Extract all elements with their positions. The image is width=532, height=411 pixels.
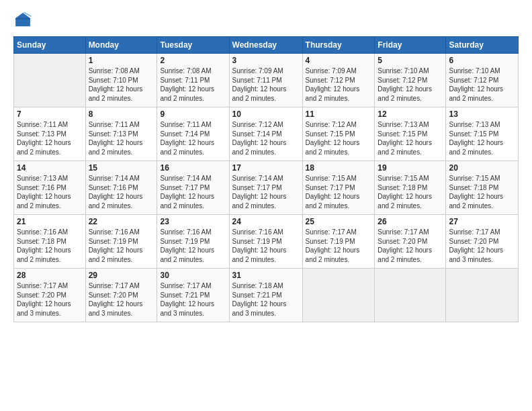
day-number: 15	[89, 163, 154, 173]
day-number: 18	[306, 163, 372, 173]
calendar-week-5: 28Sunrise: 7:17 AM Sunset: 7:20 PM Dayli…	[14, 269, 519, 322]
day-info: Sunrise: 7:11 AM Sunset: 7:13 PM Dayligh…	[89, 120, 154, 156]
day-info: Sunrise: 7:17 AM Sunset: 7:21 PM Dayligh…	[160, 281, 226, 318]
calendar-header-row: SundayMondayTuesdayWednesdayThursdayFrid…	[14, 37, 519, 54]
calendar-cell: 4Sunrise: 7:09 AM Sunset: 7:12 PM Daylig…	[302, 54, 375, 107]
calendar-week-4: 21Sunrise: 7:16 AM Sunset: 7:18 PM Dayli…	[14, 215, 519, 269]
calendar-cell	[446, 269, 519, 322]
day-number: 3	[232, 56, 300, 65]
day-info: Sunrise: 7:10 AM Sunset: 7:12 PM Dayligh…	[378, 66, 443, 103]
day-number: 4	[306, 56, 372, 65]
calendar-cell: 16Sunrise: 7:14 AM Sunset: 7:17 PM Dayli…	[157, 161, 229, 215]
day-number: 21	[17, 217, 83, 226]
day-info: Sunrise: 7:15 AM Sunset: 7:18 PM Dayligh…	[449, 174, 515, 210]
day-info: Sunrise: 7:11 AM Sunset: 7:14 PM Dayligh…	[160, 120, 226, 156]
day-number: 24	[232, 217, 300, 226]
calendar-week-3: 14Sunrise: 7:13 AM Sunset: 7:16 PM Dayli…	[14, 161, 519, 215]
header-day-sunday: Sunday	[14, 37, 86, 54]
calendar-cell: 18Sunrise: 7:15 AM Sunset: 7:17 PM Dayli…	[302, 161, 375, 215]
day-info: Sunrise: 7:15 AM Sunset: 7:18 PM Dayligh…	[378, 174, 443, 210]
day-info: Sunrise: 7:12 AM Sunset: 7:15 PM Dayligh…	[306, 120, 372, 156]
day-info: Sunrise: 7:10 AM Sunset: 7:12 PM Dayligh…	[449, 66, 515, 103]
day-number: 11	[306, 109, 372, 119]
page: SundayMondayTuesdayWednesdayThursdayFrid…	[0, 0, 532, 411]
day-number: 5	[378, 56, 443, 65]
day-number: 9	[160, 109, 226, 119]
day-info: Sunrise: 7:12 AM Sunset: 7:14 PM Dayligh…	[232, 120, 300, 156]
calendar-cell: 23Sunrise: 7:16 AM Sunset: 7:19 PM Dayli…	[157, 215, 229, 269]
day-number: 30	[160, 271, 226, 280]
day-number: 1	[89, 56, 154, 65]
header	[13, 11, 519, 30]
calendar-cell: 13Sunrise: 7:13 AM Sunset: 7:15 PM Dayli…	[446, 107, 519, 161]
day-number: 23	[160, 217, 226, 226]
calendar-cell: 1Sunrise: 7:08 AM Sunset: 7:10 PM Daylig…	[85, 54, 157, 107]
day-info: Sunrise: 7:14 AM Sunset: 7:17 PM Dayligh…	[160, 174, 226, 210]
calendar-cell: 3Sunrise: 7:09 AM Sunset: 7:11 PM Daylig…	[229, 54, 302, 107]
calendar-table: SundayMondayTuesdayWednesdayThursdayFrid…	[13, 36, 519, 322]
day-number: 14	[17, 163, 83, 173]
day-number: 16	[160, 163, 226, 173]
day-number: 6	[449, 56, 515, 65]
calendar-cell	[375, 269, 446, 322]
day-info: Sunrise: 7:11 AM Sunset: 7:13 PM Dayligh…	[17, 120, 83, 156]
header-day-saturday: Saturday	[446, 37, 519, 54]
calendar-cell	[302, 269, 375, 322]
calendar-cell	[14, 54, 86, 107]
day-number: 13	[449, 109, 515, 119]
day-info: Sunrise: 7:09 AM Sunset: 7:12 PM Dayligh…	[306, 66, 372, 103]
day-number: 26	[378, 217, 443, 226]
calendar-cell: 9Sunrise: 7:11 AM Sunset: 7:14 PM Daylig…	[157, 107, 229, 161]
day-info: Sunrise: 7:16 AM Sunset: 7:19 PM Dayligh…	[232, 228, 300, 264]
day-info: Sunrise: 7:08 AM Sunset: 7:10 PM Dayligh…	[89, 66, 154, 103]
day-info: Sunrise: 7:17 AM Sunset: 7:20 PM Dayligh…	[17, 281, 83, 318]
calendar-cell: 5Sunrise: 7:10 AM Sunset: 7:12 PM Daylig…	[375, 54, 446, 107]
calendar-cell: 11Sunrise: 7:12 AM Sunset: 7:15 PM Dayli…	[302, 107, 375, 161]
day-number: 29	[89, 271, 154, 280]
calendar-cell: 12Sunrise: 7:13 AM Sunset: 7:15 PM Dayli…	[375, 107, 446, 161]
day-number: 27	[449, 217, 515, 226]
day-info: Sunrise: 7:17 AM Sunset: 7:20 PM Dayligh…	[449, 228, 515, 264]
day-info: Sunrise: 7:13 AM Sunset: 7:15 PM Dayligh…	[378, 120, 443, 156]
day-number: 7	[17, 109, 83, 119]
day-info: Sunrise: 7:09 AM Sunset: 7:11 PM Dayligh…	[232, 66, 300, 103]
day-info: Sunrise: 7:15 AM Sunset: 7:17 PM Dayligh…	[306, 174, 372, 210]
calendar-cell: 8Sunrise: 7:11 AM Sunset: 7:13 PM Daylig…	[85, 107, 157, 161]
calendar-cell: 30Sunrise: 7:17 AM Sunset: 7:21 PM Dayli…	[157, 269, 229, 322]
calendar-cell: 6Sunrise: 7:10 AM Sunset: 7:12 PM Daylig…	[446, 54, 519, 107]
day-info: Sunrise: 7:18 AM Sunset: 7:21 PM Dayligh…	[232, 281, 300, 318]
day-info: Sunrise: 7:13 AM Sunset: 7:16 PM Dayligh…	[17, 174, 83, 210]
header-day-friday: Friday	[375, 37, 446, 54]
calendar-cell: 25Sunrise: 7:17 AM Sunset: 7:19 PM Dayli…	[302, 215, 375, 269]
logo	[13, 11, 35, 30]
day-info: Sunrise: 7:17 AM Sunset: 7:20 PM Dayligh…	[378, 228, 443, 264]
day-info: Sunrise: 7:13 AM Sunset: 7:15 PM Dayligh…	[449, 120, 515, 156]
calendar-cell: 15Sunrise: 7:14 AM Sunset: 7:16 PM Dayli…	[85, 161, 157, 215]
header-day-tuesday: Tuesday	[157, 37, 229, 54]
header-day-monday: Monday	[85, 37, 157, 54]
logo-icon	[13, 11, 32, 30]
day-info: Sunrise: 7:14 AM Sunset: 7:17 PM Dayligh…	[232, 174, 300, 210]
day-number: 17	[232, 163, 300, 173]
calendar-cell: 22Sunrise: 7:16 AM Sunset: 7:19 PM Dayli…	[85, 215, 157, 269]
calendar-cell: 31Sunrise: 7:18 AM Sunset: 7:21 PM Dayli…	[229, 269, 302, 322]
calendar-cell: 20Sunrise: 7:15 AM Sunset: 7:18 PM Dayli…	[446, 161, 519, 215]
day-number: 22	[89, 217, 154, 226]
day-info: Sunrise: 7:16 AM Sunset: 7:19 PM Dayligh…	[89, 228, 154, 264]
calendar-cell: 29Sunrise: 7:17 AM Sunset: 7:20 PM Dayli…	[85, 269, 157, 322]
day-number: 10	[232, 109, 300, 119]
day-info: Sunrise: 7:17 AM Sunset: 7:19 PM Dayligh…	[306, 228, 372, 264]
day-info: Sunrise: 7:16 AM Sunset: 7:19 PM Dayligh…	[160, 228, 226, 264]
header-day-wednesday: Wednesday	[229, 37, 302, 54]
day-info: Sunrise: 7:17 AM Sunset: 7:20 PM Dayligh…	[89, 281, 154, 318]
day-number: 12	[378, 109, 443, 119]
calendar-cell: 28Sunrise: 7:17 AM Sunset: 7:20 PM Dayli…	[14, 269, 86, 322]
day-info: Sunrise: 7:16 AM Sunset: 7:18 PM Dayligh…	[17, 228, 83, 264]
calendar-week-1: 1Sunrise: 7:08 AM Sunset: 7:10 PM Daylig…	[14, 54, 519, 107]
calendar-week-2: 7Sunrise: 7:11 AM Sunset: 7:13 PM Daylig…	[14, 107, 519, 161]
header-day-thursday: Thursday	[302, 37, 375, 54]
day-number: 31	[232, 271, 300, 280]
calendar-cell: 10Sunrise: 7:12 AM Sunset: 7:14 PM Dayli…	[229, 107, 302, 161]
calendar-cell: 14Sunrise: 7:13 AM Sunset: 7:16 PM Dayli…	[14, 161, 86, 215]
day-number: 8	[89, 109, 154, 119]
